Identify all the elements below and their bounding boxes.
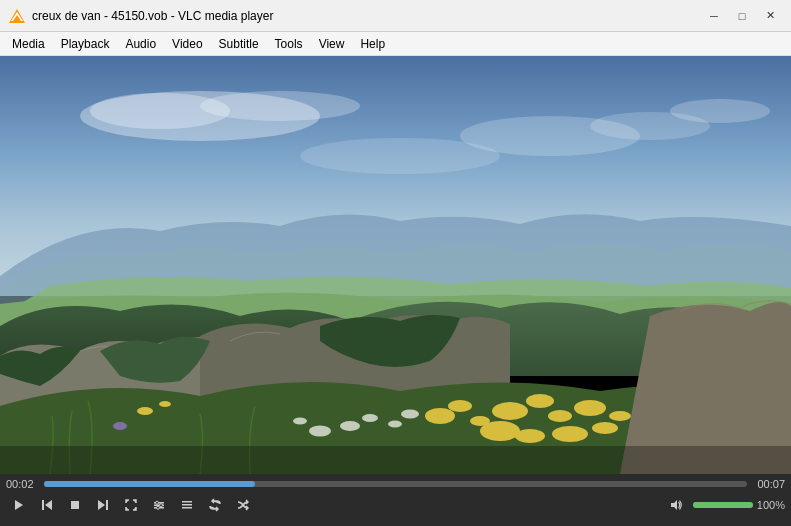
current-time: 00:02 [6, 478, 40, 490]
svg-point-17 [574, 400, 606, 416]
window-controls: ─ □ ✕ [701, 6, 783, 26]
previous-button[interactable] [34, 494, 60, 516]
svg-point-23 [137, 407, 153, 415]
volume-button[interactable] [663, 494, 689, 516]
menu-subtitle[interactable]: Subtitle [211, 35, 267, 53]
svg-rect-34 [42, 500, 44, 510]
volume-bar[interactable] [693, 502, 753, 508]
vlc-icon [8, 7, 26, 25]
close-button[interactable]: ✕ [757, 6, 783, 26]
svg-rect-37 [106, 500, 108, 510]
svg-point-24 [159, 401, 171, 407]
svg-point-44 [157, 506, 160, 509]
seek-progress [44, 481, 255, 487]
video-frame [0, 56, 791, 474]
volume-progress [693, 502, 753, 508]
stop-button[interactable] [62, 494, 88, 516]
menu-video[interactable]: Video [164, 35, 210, 53]
menu-playback[interactable]: Playback [53, 35, 118, 53]
volume-area: 100% [663, 494, 785, 516]
controls-bar: 00:02 00:07 [0, 474, 791, 526]
next-button[interactable] [90, 494, 116, 516]
svg-point-18 [609, 411, 631, 421]
svg-point-28 [401, 410, 419, 419]
window-title: creux de van - 45150.vob - VLC media pla… [32, 9, 701, 23]
playlist-button[interactable] [174, 494, 200, 516]
menu-help[interactable]: Help [352, 35, 393, 53]
shuffle-button[interactable] [230, 494, 256, 516]
video-area[interactable] [0, 56, 791, 474]
svg-rect-36 [71, 501, 79, 509]
svg-point-26 [362, 414, 378, 422]
svg-marker-35 [45, 500, 52, 510]
svg-point-42 [156, 501, 159, 504]
svg-point-6 [200, 91, 360, 121]
svg-point-43 [160, 504, 163, 507]
seek-row: 00:02 00:07 [6, 478, 785, 490]
svg-marker-33 [15, 500, 23, 510]
volume-label: 100% [757, 499, 785, 511]
menu-media[interactable]: Media [4, 35, 53, 53]
fullscreen-button[interactable] [118, 494, 144, 516]
menu-view[interactable]: View [311, 35, 353, 53]
menu-tools[interactable]: Tools [267, 35, 311, 53]
svg-rect-45 [182, 501, 192, 503]
svg-point-22 [592, 422, 618, 434]
svg-point-15 [526, 394, 554, 408]
svg-point-10 [300, 138, 500, 174]
svg-point-14 [492, 402, 528, 420]
svg-point-31 [113, 422, 127, 430]
svg-point-11 [425, 408, 455, 424]
svg-marker-48 [671, 500, 677, 510]
total-time: 00:07 [751, 478, 785, 490]
extended-button[interactable] [146, 494, 172, 516]
svg-point-9 [670, 99, 770, 123]
loop-button[interactable] [202, 494, 228, 516]
svg-point-29 [309, 426, 331, 437]
svg-point-21 [552, 426, 588, 442]
menu-audio[interactable]: Audio [117, 35, 164, 53]
svg-point-30 [293, 418, 307, 425]
svg-rect-47 [182, 507, 192, 509]
seek-bar[interactable] [44, 481, 747, 487]
minimize-button[interactable]: ─ [701, 6, 727, 26]
play-button[interactable] [6, 494, 32, 516]
svg-point-12 [448, 400, 472, 412]
svg-rect-46 [182, 504, 192, 506]
svg-point-25 [340, 421, 360, 431]
maximize-button[interactable]: □ [729, 6, 755, 26]
svg-point-20 [515, 429, 545, 443]
svg-point-27 [388, 421, 402, 428]
playback-controls: 100% [6, 494, 785, 516]
menu-bar: Media Playback Audio Video Subtitle Tool… [0, 32, 791, 56]
title-bar: creux de van - 45150.vob - VLC media pla… [0, 0, 791, 32]
svg-rect-32 [0, 446, 791, 474]
svg-marker-38 [98, 500, 105, 510]
svg-point-19 [480, 421, 520, 441]
svg-point-16 [548, 410, 572, 422]
